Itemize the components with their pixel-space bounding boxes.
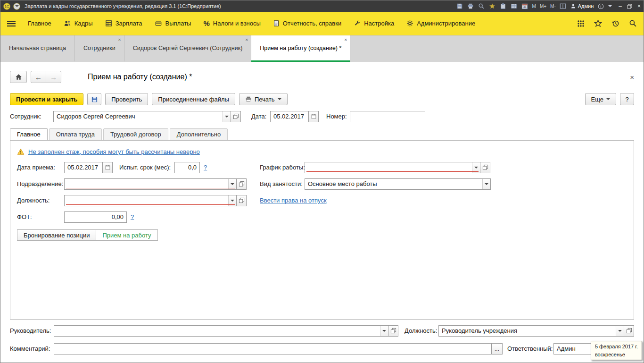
- employee-combobox[interactable]: Сидоров Сергей Сергеевич: [53, 111, 241, 122]
- table-icon[interactable]: [511, 3, 518, 10]
- close-tab-icon[interactable]: ×: [118, 37, 121, 42]
- user-menu-caret-icon[interactable]: [608, 5, 612, 7]
- system-menu-icon[interactable]: [13, 3, 20, 10]
- menu-item-nalogi[interactable]: % Налоги и взносы: [203, 19, 260, 27]
- fot-field[interactable]: 0,00: [64, 211, 127, 223]
- save-icon[interactable]: [456, 3, 463, 10]
- close-tab-icon[interactable]: ×: [344, 37, 347, 42]
- menu-item-zarplata[interactable]: Зарплата: [105, 20, 142, 27]
- vacation-rights-link[interactable]: Ввести права на отпуск: [260, 197, 327, 204]
- employee-value[interactable]: Сидоров Сергей Сергеевич: [54, 113, 223, 120]
- document-number-field[interactable]: [350, 111, 425, 122]
- manager-position-value[interactable]: Руководитель учреждения: [439, 327, 616, 334]
- forward-button[interactable]: →: [46, 71, 61, 83]
- employee-dropdown-button[interactable]: [223, 111, 231, 122]
- save-record-button[interactable]: [87, 93, 101, 105]
- department-choose-button[interactable]: [236, 178, 247, 190]
- post-and-close-button[interactable]: Провести и закрыть: [10, 93, 83, 105]
- calendar-icon[interactable]: 31: [521, 3, 528, 10]
- manager-position-combobox[interactable]: Руководитель учреждения: [438, 325, 634, 337]
- footer-manager-row: Руководитель: Должность: Руководитель уч…: [0, 325, 644, 337]
- percent-icon: %: [203, 19, 209, 27]
- probation-value[interactable]: 0,0: [175, 164, 199, 171]
- minimize-button[interactable]: –: [619, 3, 622, 9]
- employee-choose-button[interactable]: [231, 111, 241, 122]
- gear-icon: [406, 20, 413, 27]
- work-schedule-choose-button[interactable]: [480, 162, 490, 173]
- app-logo-icon[interactable]: 1С: [3, 3, 10, 10]
- attached-files-button[interactable]: Присоединенные файлы: [152, 93, 235, 105]
- current-user[interactable]: Админ: [570, 3, 594, 9]
- date-tooltip-line1: 5 февраля 2017 г.: [595, 343, 638, 351]
- more-button[interactable]: Еще: [585, 93, 616, 105]
- manager-choose-button[interactable]: [388, 325, 398, 337]
- menu-item-otchetnost[interactable]: Отчетность, справки: [273, 20, 341, 27]
- employment-type-combobox[interactable]: Основное место работы: [305, 178, 491, 190]
- close-window-button[interactable]: ×: [637, 3, 641, 9]
- form-tab-main[interactable]: Главное: [10, 128, 48, 140]
- form-tab-additional[interactable]: Дополнительно: [170, 128, 228, 140]
- tab-home-page[interactable]: Начальная страница: [0, 35, 75, 62]
- restore-button[interactable]: [627, 4, 632, 9]
- print-button[interactable]: Печать: [239, 93, 288, 105]
- home-button[interactable]: [10, 71, 27, 83]
- print-icon[interactable]: [467, 3, 474, 10]
- help-button[interactable]: ?: [620, 93, 634, 105]
- manager-dropdown-button[interactable]: [380, 326, 388, 336]
- department-combobox[interactable]: [64, 178, 247, 190]
- manager-label: Руководитель:: [10, 327, 54, 334]
- mode-buttons: Бронирование позиции Прием на работу: [17, 229, 627, 241]
- menu-item-vyplaty[interactable]: Выплаты: [155, 20, 191, 27]
- menu-item-administrirovanie[interactable]: Администрирование: [406, 20, 475, 27]
- check-button[interactable]: Проверить: [105, 93, 148, 105]
- reserve-position-button[interactable]: Бронирование позиции: [17, 229, 96, 241]
- probation-help-link[interactable]: ?: [204, 164, 207, 171]
- position-combobox[interactable]: [64, 195, 247, 206]
- memory-m-button[interactable]: M: [532, 4, 536, 9]
- clipboard-icon[interactable]: [500, 3, 507, 10]
- preview-icon[interactable]: [478, 3, 485, 10]
- comment-more-button[interactable]: ...: [491, 343, 503, 355]
- hire-date-calendar-button[interactable]: [102, 162, 113, 173]
- close-form-button[interactable]: ×: [630, 74, 634, 81]
- info-icon[interactable]: [597, 3, 604, 10]
- back-button[interactable]: ←: [31, 71, 46, 83]
- fot-help-link[interactable]: ?: [131, 213, 134, 220]
- menu-item-nastroyka[interactable]: Настройка: [354, 20, 394, 27]
- seniority-warning-link[interactable]: Не заполнен стаж, пособия могут быть рас…: [28, 148, 200, 155]
- tab-hiring-document[interactable]: Прием на работу (создание) * ×: [251, 35, 350, 62]
- search-icon[interactable]: [629, 19, 637, 27]
- menu-item-kadry[interactable]: Кадры: [64, 20, 93, 27]
- hire-date-field[interactable]: 05.02.2017: [64, 162, 113, 173]
- work-schedule-label: График работы:: [260, 164, 305, 171]
- manager-position-dropdown-button[interactable]: [616, 326, 624, 336]
- tab-sidorov-employee[interactable]: Сидоров Сергей Сергеевич (Сотрудник) ×: [124, 35, 252, 62]
- hire-date-value[interactable]: 05.02.2017: [65, 164, 102, 171]
- favorites-icon[interactable]: [594, 19, 602, 27]
- split-window-icon[interactable]: [560, 3, 567, 10]
- close-tab-icon[interactable]: ×: [245, 37, 248, 42]
- form-tab-contract[interactable]: Трудовой договор: [103, 128, 168, 140]
- form-tab-pay[interactable]: Оплата труда: [49, 128, 102, 140]
- all-functions-grid-icon[interactable]: [577, 20, 585, 27]
- probation-field[interactable]: 0,0: [174, 162, 200, 173]
- hire-mode-button[interactable]: Прием на работу: [96, 229, 157, 241]
- document-date-value[interactable]: 05.02.2017: [271, 113, 308, 120]
- tab-employees[interactable]: Сотрудники ×: [75, 35, 124, 62]
- document-date-field[interactable]: 05.02.2017: [270, 111, 319, 122]
- favorites-star-icon[interactable]: [489, 3, 496, 10]
- menu-item-glavnoe[interactable]: Главное: [28, 20, 51, 27]
- work-schedule-combobox[interactable]: [305, 162, 490, 173]
- comment-field-group[interactable]: ...: [54, 343, 503, 355]
- document-date-calendar-button[interactable]: [308, 111, 319, 122]
- memory-mplus-button[interactable]: M+: [540, 4, 546, 9]
- fot-value[interactable]: 0,00: [65, 213, 126, 220]
- employment-type-value[interactable]: Основное место работы: [305, 180, 482, 187]
- memory-mminus-button[interactable]: M-: [550, 4, 556, 9]
- manager-position-choose-button[interactable]: [624, 325, 634, 337]
- manager-combobox[interactable]: [54, 325, 398, 337]
- position-choose-button[interactable]: [236, 195, 247, 206]
- hamburger-menu-icon[interactable]: [7, 20, 16, 27]
- employment-type-dropdown-button[interactable]: [482, 179, 490, 189]
- history-icon[interactable]: [611, 19, 619, 27]
